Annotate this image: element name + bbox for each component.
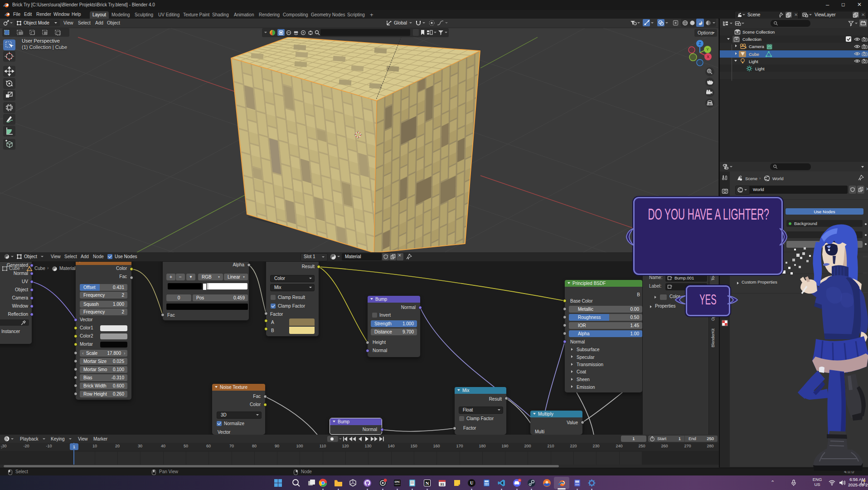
svg-text:GAMES: GAMES bbox=[394, 484, 400, 485]
svg-text:U: U bbox=[470, 480, 473, 485]
svg-text:Z: Z bbox=[698, 41, 701, 46]
svg-text:9+: 9+ bbox=[519, 479, 521, 481]
svg-text:EPIC: EPIC bbox=[395, 480, 400, 483]
svg-text:31: 31 bbox=[440, 482, 444, 486]
svg-text:X: X bbox=[707, 54, 709, 59]
svg-text:N: N bbox=[426, 480, 429, 486]
svg-text:Y: Y bbox=[706, 47, 709, 52]
